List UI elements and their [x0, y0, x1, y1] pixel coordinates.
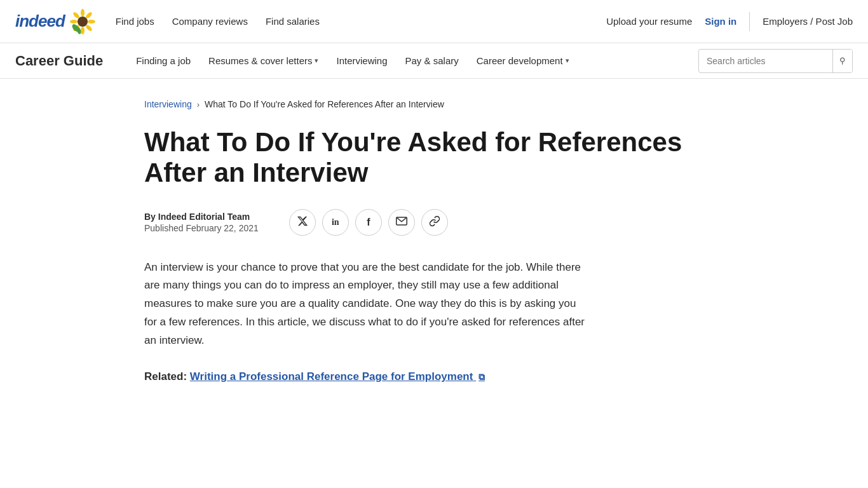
email-icon: [396, 217, 407, 228]
twitter-icon: [297, 215, 308, 229]
nav-career-development-label: Career development: [477, 55, 563, 66]
chevron-down-icon-2: ▾: [566, 57, 569, 65]
related-label: Related:: [144, 370, 187, 383]
article-body: An interview is your chance to prove tha…: [144, 259, 589, 386]
career-nav-links: Finding a job Resumes & cover letters ▾ …: [128, 43, 698, 79]
author-section: By Indeed Editorial Team Published Febru…: [144, 209, 724, 236]
linkedin-icon: in: [332, 217, 339, 227]
nav-finding-job-label: Finding a job: [136, 55, 191, 66]
author-info: By Indeed Editorial Team Published Febru…: [144, 212, 259, 233]
main-content: Interviewing › What To Do If You're Aske…: [0, 79, 868, 423]
svg-point-0: [78, 17, 88, 27]
twitter-share-button[interactable]: [289, 209, 316, 236]
top-nav-right: Upload your resume Sign in Employers / P…: [606, 12, 853, 31]
find-salaries-link[interactable]: Find salaries: [266, 16, 320, 27]
email-share-button[interactable]: [388, 209, 415, 236]
search-input[interactable]: [699, 56, 832, 66]
upload-resume-link[interactable]: Upload your resume: [606, 16, 692, 27]
sign-in-link[interactable]: Sign in: [705, 16, 736, 27]
svg-point-7: [70, 20, 78, 24]
author-date: Published February 22, 2021: [144, 223, 259, 233]
external-link-icon: ⧉: [478, 372, 485, 382]
related-section: Related: Writing a Professional Referenc…: [144, 368, 589, 385]
social-buttons: in f: [289, 209, 448, 236]
career-guide-nav: Career Guide Finding a job Resumes & cov…: [0, 43, 868, 79]
nav-finding-job[interactable]: Finding a job: [128, 43, 198, 79]
top-nav: indeed Find jobs Company reviews: [0, 0, 868, 43]
svg-point-3: [88, 20, 95, 24]
nav-divider: [749, 12, 750, 31]
link-icon: [429, 215, 440, 229]
nav-resumes-label: Resumes & cover letters: [208, 55, 312, 66]
breadcrumb-separator: ›: [197, 100, 200, 109]
find-jobs-link[interactable]: Find jobs: [116, 16, 154, 27]
link-copy-button[interactable]: [421, 209, 448, 236]
sunflower-icon: [70, 9, 95, 34]
svg-point-1: [81, 9, 85, 17]
career-guide-title: Career Guide: [15, 53, 103, 69]
top-nav-links: Find jobs Company reviews Find salaries: [116, 16, 606, 27]
logo-text: indeed: [15, 11, 65, 31]
nav-pay-salary[interactable]: Pay & salary: [398, 43, 466, 79]
author-name: By Indeed Editorial Team: [144, 212, 259, 222]
related-link[interactable]: Writing a Professional Reference Page fo…: [190, 370, 485, 383]
chevron-down-icon: ▾: [315, 57, 318, 65]
svg-point-5: [81, 27, 85, 34]
breadcrumb-link[interactable]: Interviewing: [144, 99, 192, 109]
nav-interviewing[interactable]: Interviewing: [329, 43, 395, 79]
search-box: ⚲: [698, 49, 853, 73]
article-paragraph-1: An interview is your chance to prove tha…: [144, 259, 589, 350]
search-button[interactable]: ⚲: [832, 50, 852, 72]
facebook-icon: f: [367, 217, 370, 228]
nav-resumes[interactable]: Resumes & cover letters ▾: [201, 43, 326, 79]
article-title: What To Do If You're Asked for Reference…: [144, 127, 697, 189]
nav-pay-salary-label: Pay & salary: [405, 55, 459, 66]
facebook-share-button[interactable]: f: [355, 209, 382, 236]
breadcrumb: Interviewing › What To Do If You're Aske…: [144, 99, 724, 109]
search-icon: ⚲: [839, 56, 846, 65]
related-link-text: Writing a Professional Reference Page fo…: [190, 370, 473, 383]
indeed-logo[interactable]: indeed: [15, 9, 95, 34]
nav-career-development[interactable]: Career development ▾: [469, 43, 577, 79]
linkedin-share-button[interactable]: in: [322, 209, 349, 236]
breadcrumb-current: What To Do If You're Asked for Reference…: [205, 99, 444, 109]
company-reviews-link[interactable]: Company reviews: [172, 16, 248, 27]
employers-link[interactable]: Employers / Post Job: [763, 16, 853, 27]
nav-interviewing-label: Interviewing: [336, 55, 387, 66]
